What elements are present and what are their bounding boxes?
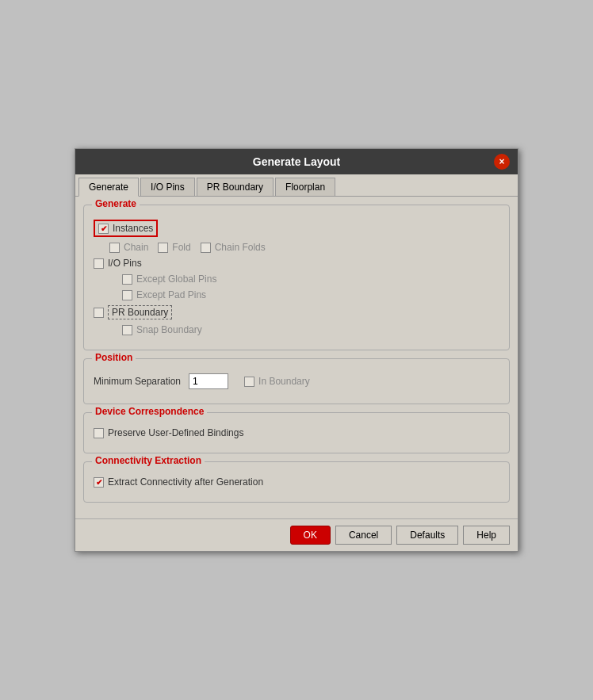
fold-checkbox[interactable] <box>158 243 168 253</box>
defaults-button[interactable]: Defaults <box>396 526 458 545</box>
io-pins-label[interactable]: I/O Pins <box>94 258 142 269</box>
in-boundary-label[interactable]: In Boundary <box>244 376 310 387</box>
in-boundary-checkbox[interactable] <box>244 377 254 387</box>
position-section: Position Minimum Separation In Boundary <box>83 358 510 404</box>
tab-floorplan[interactable]: Floorplan <box>275 178 335 196</box>
generate-layout-dialog: Generate Layout × Generate I/O Pins PR B… <box>75 148 518 552</box>
except-pad-pins-checkbox[interactable] <box>122 290 132 300</box>
extract-connectivity-row: Extract Connectivity after Generation <box>94 476 499 488</box>
snap-boundary-label[interactable]: Snap Boundary <box>122 324 202 335</box>
device-correspondence-section: Device Correspondence Preserve User-Defi… <box>83 412 510 453</box>
min-sep-input[interactable] <box>189 373 228 389</box>
preserve-bindings-label[interactable]: Preserve User-Defined Bindings <box>94 427 243 438</box>
chain-folds-label[interactable]: Chain Folds <box>201 242 266 253</box>
except-global-pins-row: Except Global Pins <box>122 273 499 285</box>
generate-section: Generate Instances Chain <box>83 205 510 350</box>
connectivity-extraction-title: Connectivity Extraction <box>92 455 205 466</box>
close-button[interactable]: × <box>494 154 510 170</box>
help-button[interactable]: Help <box>463 526 510 545</box>
min-sep-label: Minimum Separation <box>94 376 181 387</box>
pr-boundary-row: PR Boundary <box>94 305 499 319</box>
except-global-pins-label[interactable]: Except Global Pins <box>122 273 216 285</box>
snap-boundary-checkbox[interactable] <box>122 325 132 335</box>
device-correspondence-body: Preserve User-Defined Bindings <box>94 427 499 438</box>
tab-pr-boundary[interactable]: PR Boundary <box>197 178 274 196</box>
chain-folds-checkbox[interactable] <box>201 243 211 253</box>
dialog-content: Generate Instances Chain <box>75 197 518 518</box>
instances-row: Instances <box>94 220 499 237</box>
preserve-bindings-row: Preserve User-Defined Bindings <box>94 427 499 438</box>
generate-section-title: Generate <box>92 198 140 209</box>
extract-connectivity-checkbox[interactable] <box>94 477 104 488</box>
chain-fold-row: Chain Fold Chain Folds <box>109 242 499 253</box>
except-global-pins-checkbox[interactable] <box>122 274 132 285</box>
connectivity-extraction-section: Connectivity Extraction Extract Connecti… <box>83 461 510 503</box>
connectivity-extraction-body: Extract Connectivity after Generation <box>94 476 499 488</box>
instances-label[interactable]: Instances <box>94 220 158 237</box>
tab-generate[interactable]: Generate <box>78 178 139 197</box>
dialog-footer: OK Cancel Defaults Help <box>75 518 518 551</box>
pr-boundary-label[interactable]: PR Boundary <box>94 305 172 319</box>
chain-checkbox[interactable] <box>109 243 120 253</box>
except-pad-pins-row: Except Pad Pins <box>122 289 499 300</box>
min-sep-row: Minimum Separation In Boundary <box>94 373 499 389</box>
cancel-button[interactable]: Cancel <box>335 526 392 545</box>
instances-checkbox[interactable] <box>98 224 109 234</box>
dialog-title: Generate Layout <box>99 155 494 168</box>
extract-connectivity-label[interactable]: Extract Connectivity after Generation <box>94 476 263 488</box>
fold-label[interactable]: Fold <box>158 242 190 253</box>
tab-io-pins[interactable]: I/O Pins <box>140 178 195 196</box>
generate-section-body: Instances Chain Fold Chain Fold <box>94 220 499 335</box>
chain-label[interactable]: Chain <box>109 242 148 253</box>
position-section-title: Position <box>92 352 136 363</box>
position-section-body: Minimum Separation In Boundary <box>94 373 499 389</box>
ok-button[interactable]: OK <box>290 526 331 545</box>
snap-boundary-row: Snap Boundary <box>122 324 499 335</box>
titlebar: Generate Layout × <box>75 149 518 174</box>
preserve-bindings-checkbox[interactable] <box>94 428 104 438</box>
io-pins-checkbox[interactable] <box>94 258 104 269</box>
io-pins-row: I/O Pins <box>94 258 499 269</box>
tab-bar: Generate I/O Pins PR Boundary Floorplan <box>75 174 518 197</box>
pr-boundary-checkbox[interactable] <box>94 308 104 318</box>
except-pad-pins-label[interactable]: Except Pad Pins <box>122 289 206 300</box>
device-correspondence-title: Device Correspondence <box>92 406 207 417</box>
